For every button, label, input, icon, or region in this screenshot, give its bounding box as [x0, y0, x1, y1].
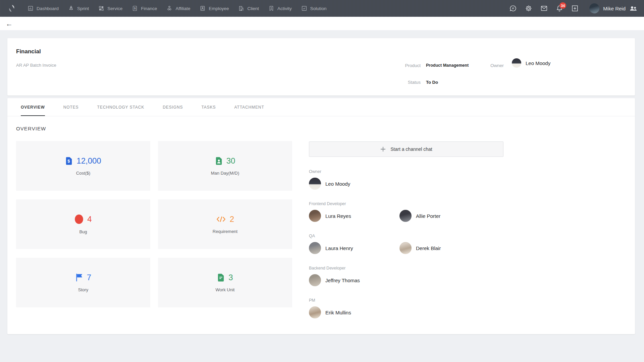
building-icon [238, 5, 244, 11]
tab-tasks[interactable]: TASKS [201, 98, 216, 116]
doc-lines-icon [217, 273, 225, 282]
stat-card-requirement: 2 Requirement [158, 199, 292, 249]
sub-header-bar: ← [0, 17, 644, 30]
member-name: Allie Porter [416, 213, 440, 219]
project-detail-card: OVERVIEW NOTES TECHNOLOGY STACK DESIGNS … [7, 98, 635, 334]
project-header-card: Financial AR AP Batch Invoice Product Pr… [7, 38, 635, 96]
member-avatar [399, 242, 412, 254]
stat-value: 4 [87, 215, 92, 224]
user-avatar [589, 3, 599, 13]
nav-item-activity[interactable]: Activity [264, 0, 297, 17]
nav-label: Solution [310, 6, 327, 11]
svg-text:$: $ [68, 159, 70, 164]
tab-notes[interactable]: NOTES [63, 98, 79, 116]
member-row[interactable]: Leo Moody [309, 178, 399, 190]
grid-icon [98, 5, 104, 11]
user-menu[interactable]: Mike Reid [589, 3, 637, 13]
owner-name: Leo Moody [526, 60, 550, 66]
main-nav: Dashboard Sprint Service [23, 0, 331, 17]
nav-item-affiliate[interactable]: Affiliate [162, 0, 195, 17]
member-name: Erik Mullins [325, 310, 351, 315]
person-file-icon [215, 157, 223, 165]
checkbox-icon [301, 5, 307, 11]
rocket-icon [68, 5, 74, 11]
tab-technology-stack[interactable]: TECHNOLOGY STACK [97, 98, 145, 116]
nav-label: Service [107, 6, 122, 11]
start-channel-chat-button[interactable]: Start a channel chat [309, 141, 503, 157]
stat-label: Work Unit [216, 287, 235, 292]
network-icon [166, 5, 172, 11]
back-button[interactable]: ← [6, 20, 13, 27]
dollar-file-icon: $ [65, 157, 73, 165]
member-name: Derek Blair [416, 245, 441, 251]
finance-doc-icon: $ [132, 5, 138, 11]
settings-gear-icon[interactable] [525, 5, 532, 12]
nav-item-dashboard[interactable]: Dashboard [23, 0, 63, 17]
stat-label: Bug [79, 229, 87, 234]
member-avatar [309, 178, 321, 190]
code-icon [216, 215, 226, 223]
nav-item-client[interactable]: Client [233, 0, 264, 17]
stat-card-man-day: 30 Man Day(M/D) [158, 141, 292, 191]
member-row[interactable]: Jeffrey Thomas [309, 274, 399, 286]
nav-label: Employee [209, 6, 229, 11]
product-label: Product [397, 63, 421, 68]
member-row[interactable]: Laura Henry [309, 242, 399, 254]
owner-avatar [512, 58, 521, 68]
svg-text:$: $ [134, 7, 136, 10]
member-row[interactable]: Lura Reyes [309, 210, 399, 222]
member-avatar [309, 242, 321, 254]
nav-label: Sprint [77, 6, 89, 11]
add-new-icon[interactable] [571, 5, 579, 12]
nav-item-sprint[interactable]: Sprint [63, 0, 94, 17]
stat-card-bug: 4 Bug [16, 199, 150, 249]
stat-value: 12,000 [76, 156, 101, 166]
nav-item-finance[interactable]: $ Finance [127, 0, 162, 17]
nav-label: Client [247, 6, 259, 11]
tab-overview[interactable]: OVERVIEW [21, 98, 45, 116]
stats-grid: $ 12,000 Cost($) 30 Man Day [16, 141, 292, 307]
role-label-qa: QA [309, 233, 503, 239]
nav-item-employee[interactable]: Employee [195, 0, 233, 17]
role-label-owner: Owner [309, 169, 503, 174]
tab-bar: OVERVIEW NOTES TECHNOLOGY STACK DESIGNS … [7, 98, 635, 116]
member-avatar [309, 210, 321, 222]
app-logo-icon[interactable] [7, 3, 17, 13]
stat-label: Man Day(M/D) [211, 171, 239, 176]
stat-value: 2 [230, 215, 234, 224]
stat-value: 30 [226, 156, 235, 166]
page-title: Financial [16, 48, 626, 55]
member-row[interactable]: Allie Porter [399, 210, 503, 222]
member-avatar [399, 210, 412, 222]
stat-label: Story [78, 287, 88, 292]
flag-icon [75, 273, 83, 282]
nav-label: Finance [141, 6, 157, 11]
role-label-frontend-developer: Frontend Developer [309, 201, 503, 206]
member-name: Jeffrey Thomas [325, 278, 360, 283]
tab-attachment[interactable]: ATTACHMENT [234, 98, 264, 116]
member-name: Leo Moody [325, 181, 350, 187]
navbar-right-controls: 34 Mike Reid [509, 3, 637, 13]
bug-dot-icon [74, 214, 84, 224]
product-value: Product Management [426, 63, 469, 68]
chat-icon[interactable] [509, 5, 517, 12]
stat-label: Cost($) [76, 171, 91, 176]
member-row[interactable]: Derek Blair [399, 242, 503, 254]
member-row[interactable]: Erik Mullins [309, 306, 399, 318]
status-value: To Do [426, 80, 438, 85]
owner-label: Owner [490, 63, 504, 68]
owner-chip[interactable]: Leo Moody [512, 58, 550, 68]
bookmark-star-icon [268, 5, 274, 11]
people-icon[interactable] [629, 5, 637, 11]
tab-designs[interactable]: DESIGNS [163, 98, 183, 116]
nav-item-solution[interactable]: Solution [297, 0, 331, 17]
notifications-bell-icon[interactable]: 34 [556, 5, 563, 12]
top-navbar: Dashboard Sprint Service [0, 0, 644, 17]
stat-value: 3 [228, 273, 233, 282]
member-avatar [309, 274, 321, 286]
mail-icon[interactable] [540, 5, 548, 12]
role-label-pm: PM [309, 298, 503, 303]
nav-item-service[interactable]: Service [94, 0, 127, 17]
team-panel: Start a channel chat Owner Leo Moody Fro… [309, 141, 503, 318]
chat-button-label: Start a channel chat [390, 146, 432, 152]
